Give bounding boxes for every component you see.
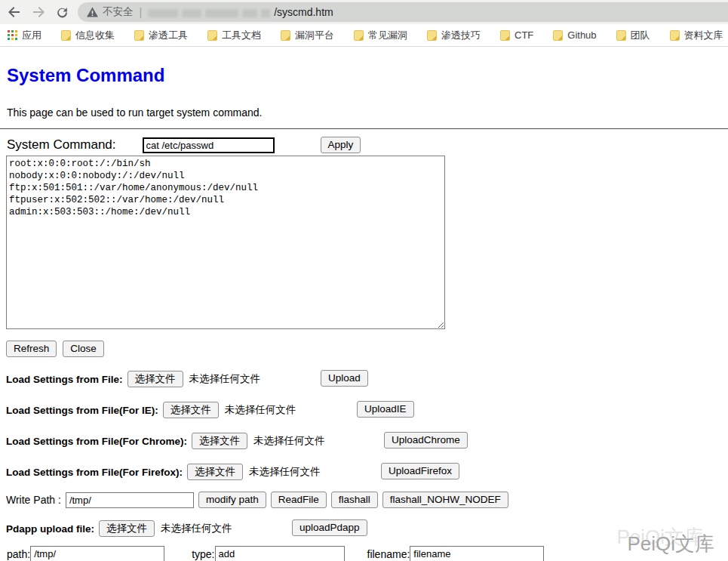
- back-icon[interactable]: [8, 5, 21, 19]
- bookmark-label: 常见漏洞: [368, 29, 407, 42]
- filename-field-label: filename:: [367, 548, 410, 560]
- upload-ie-button[interactable]: UploadIE: [357, 401, 414, 418]
- bookmark-label: 资料文库: [684, 29, 723, 42]
- forward-icon[interactable]: [32, 5, 45, 19]
- bookmark-folder[interactable]: 团队: [616, 29, 650, 42]
- bookmark-folder[interactable]: 渗透工具: [134, 29, 188, 42]
- bookmark-label: CTF: [515, 29, 533, 41]
- bookmark-folder-icon: [207, 30, 217, 41]
- no-file-chosen-label: 未选择任何文件: [189, 372, 261, 386]
- upload-pdapp-button[interactable]: uploadPdapp: [292, 519, 367, 536]
- pdapp-upload-label: Pdapp upload file:: [6, 523, 94, 535]
- system-command-label: System Command:: [7, 137, 116, 153]
- upload-firefox-button[interactable]: UploadFirefox: [381, 463, 459, 479]
- browser-toolbar: 不安全 | /syscmd.htm: [0, 0, 728, 24]
- page-title: System Command: [0, 47, 728, 86]
- choose-file-button[interactable]: 选择文件: [99, 520, 155, 537]
- path-field-label: path:: [7, 548, 30, 560]
- bookmark-label: 漏洞平台: [295, 29, 334, 42]
- bookmark-apps[interactable]: 应用: [8, 29, 41, 42]
- no-file-chosen-label: 未选择任何文件: [249, 465, 321, 479]
- write-path-row: Write Path : modify path ReadFile flasha…: [6, 492, 728, 508]
- bookmark-folder-icon: [61, 30, 71, 41]
- apply-button[interactable]: Apply: [321, 137, 361, 153]
- bookmark-label: 工具文档: [222, 29, 261, 42]
- no-file-chosen-label: 未选择任何文件: [253, 434, 325, 448]
- load-settings-row: Load Settings from File: 选择文件 未选择任何文件 Up…: [6, 370, 728, 388]
- security-status-label: 不安全: [103, 5, 134, 19]
- type-field-label: type:: [192, 548, 214, 560]
- load-settings-firefox-row: Load Settings from File(For Firefox): 选择…: [6, 463, 728, 481]
- read-file-button[interactable]: ReadFile: [271, 492, 327, 508]
- command-output-textarea[interactable]: root:x:0:0:root:/:/bin/sh nobody:x:0:0:n…: [6, 156, 445, 329]
- upload-chrome-button[interactable]: UploadChrome: [384, 432, 468, 448]
- bookmark-folder-icon: [553, 30, 563, 41]
- bookmark-folder[interactable]: 漏洞平台: [281, 29, 334, 42]
- choose-file-button[interactable]: 选择文件: [163, 402, 219, 418]
- refresh-close-row: Refresh Close: [6, 341, 728, 357]
- address-bar[interactable]: 不安全 | /syscmd.htm: [78, 2, 728, 22]
- load-settings-label: Load Settings from File:: [6, 374, 123, 385]
- bookmark-folder[interactable]: 工具文档: [207, 29, 261, 42]
- no-file-chosen-label: 未选择任何文件: [225, 403, 296, 417]
- redacted-url: [148, 6, 274, 18]
- bookmark-label: 应用: [22, 29, 41, 42]
- bookmark-label: 团队: [631, 29, 650, 42]
- flashall-button[interactable]: flashall: [331, 492, 378, 508]
- bookmark-folder-icon: [354, 30, 364, 41]
- modify-path-button[interactable]: modify path: [198, 492, 266, 508]
- bookmark-label: 信息收集: [75, 29, 115, 42]
- choose-file-button[interactable]: 选择文件: [187, 464, 243, 480]
- bookmark-folder-icon: [670, 30, 680, 41]
- bookmark-folder[interactable]: Github: [553, 29, 596, 41]
- page-content: System Command This page can be used to …: [0, 47, 728, 560]
- system-command-input[interactable]: [143, 137, 275, 153]
- watermark: PeiQi文库 PeiQi文库: [627, 531, 714, 557]
- upload-button[interactable]: Upload: [321, 370, 368, 387]
- page-description: This page can be used to run target syst…: [0, 86, 728, 119]
- path-field-input[interactable]: [30, 546, 164, 561]
- bookmark-folder[interactable]: CTF: [500, 29, 533, 41]
- type-field-input[interactable]: [215, 546, 345, 561]
- watermark-text: PeiQi文库: [627, 532, 714, 555]
- load-settings-chrome-row: Load Settings from File(For Chrome): 选择文…: [6, 432, 728, 450]
- bookmark-folder[interactable]: 信息收集: [61, 29, 115, 42]
- bookmark-label: 渗透技巧: [441, 29, 481, 42]
- choose-file-button[interactable]: 选择文件: [127, 371, 183, 387]
- bookmark-folder[interactable]: 资料文库: [670, 29, 723, 42]
- refresh-icon[interactable]: [56, 6, 69, 19]
- no-file-chosen-label: 未选择任何文件: [161, 522, 232, 535]
- bookmark-label: Github: [567, 29, 596, 41]
- bookmark-folder-icon: [500, 30, 510, 41]
- omnibox-separator: |: [140, 6, 143, 18]
- not-secure-warning-icon: [87, 7, 98, 17]
- bookmark-label: 渗透工具: [149, 29, 188, 42]
- choose-file-button[interactable]: 选择文件: [192, 433, 247, 449]
- bookmark-folder-icon: [427, 30, 437, 41]
- load-settings-chrome-label: Load Settings from File(For Chrome):: [6, 436, 187, 447]
- url-suffix: /syscmd.htm: [274, 6, 333, 18]
- flashall-nohw-nodef-button[interactable]: flashall_NOHW_NODEF: [382, 492, 508, 508]
- filename-field-input[interactable]: [410, 546, 544, 561]
- load-settings-ie-label: Load Settings from File(For IE):: [6, 405, 158, 416]
- bookmark-folder-icon: [616, 30, 626, 41]
- apps-grid-icon: [8, 30, 17, 40]
- bookmark-folder-icon: [134, 30, 144, 41]
- load-settings-ie-row: Load Settings from File(For IE): 选择文件 未选…: [6, 401, 728, 419]
- bookmark-folder-icon: [281, 30, 290, 41]
- close-button[interactable]: Close: [63, 341, 104, 357]
- system-command-row: System Command: Apply: [7, 137, 728, 153]
- bookmark-folder[interactable]: 常见漏洞: [354, 29, 407, 42]
- refresh-button[interactable]: Refresh: [6, 341, 57, 357]
- write-path-input[interactable]: [66, 492, 194, 508]
- divider: [0, 128, 728, 129]
- load-settings-firefox-label: Load Settings from File(For Firefox):: [6, 467, 183, 478]
- write-path-label: Write Path :: [6, 494, 61, 506]
- bookmarks-bar: 应用 信息收集 渗透工具 工具文档 漏洞平台 常见漏洞 渗透技巧 CTF Git…: [0, 24, 728, 47]
- bookmark-folder[interactable]: 渗透技巧: [427, 29, 481, 42]
